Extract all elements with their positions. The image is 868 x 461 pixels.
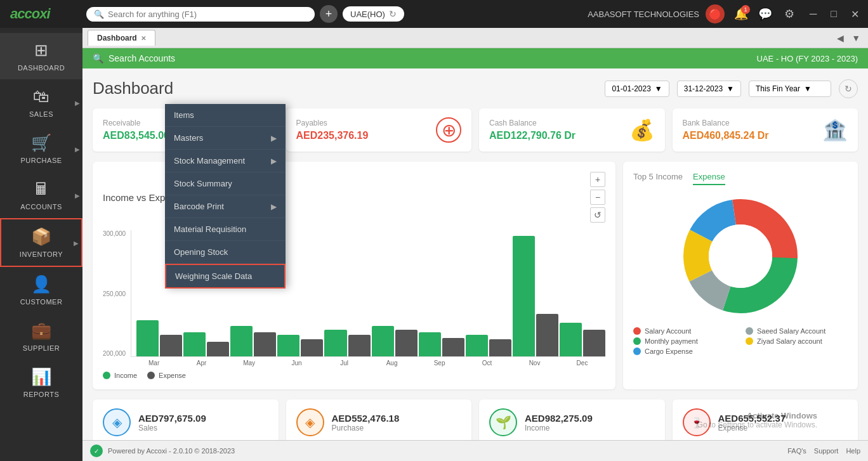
refresh-button[interactable]: ↻: [839, 79, 858, 98]
tab-close-icon[interactable]: ✕: [141, 35, 146, 42]
menu-item-opening-stock[interactable]: Opening Stock: [165, 241, 286, 264]
zoom-out-button[interactable]: −: [590, 190, 605, 205]
fin-year-select[interactable]: This Fin Year ▼: [749, 81, 831, 97]
minimize-button[interactable]: ─: [806, 7, 820, 21]
menu-label-stock-summary: Stock Summary: [174, 179, 232, 188]
income-bar-may: [230, 326, 253, 356]
sidebar-item-label: INVENTORY: [20, 250, 63, 258]
topbar: accoxi 🔍 + UAE(HO) ↻ AABASOFT TECHNOLOGI…: [0, 0, 868, 28]
date-from-value: 01-01-2023: [612, 84, 650, 93]
arrow-icon: ▶: [271, 134, 277, 143]
purchase-icon: 🛒: [31, 133, 51, 153]
tab-scroll-right[interactable]: ▼: [849, 32, 863, 44]
menu-item-barcode-print[interactable]: Barcode Print ▶: [165, 195, 286, 218]
add-button[interactable]: +: [320, 5, 338, 23]
expense-value: AED655,552.37: [718, 413, 786, 424]
bar-group-nov: [513, 236, 558, 356]
search-bar[interactable]: 🔍: [86, 7, 315, 22]
income-icon-circle: 🌱: [489, 408, 517, 436]
zoom-in-button[interactable]: +: [590, 172, 605, 187]
monthly-label: Monthly payment: [645, 337, 698, 345]
tab-controls: ◀ ▼: [834, 32, 863, 44]
reset-chart-button[interactable]: ↺: [590, 207, 605, 223]
top5-expense-tab[interactable]: Expense: [693, 172, 725, 185]
settings-icon[interactable]: ⚙: [779, 4, 799, 24]
bar-group-apr: [183, 332, 229, 356]
chat-icon[interactable]: 💬: [755, 4, 775, 24]
arrow-icon: ▶: [75, 192, 80, 198]
expense-bar-jul: [348, 335, 371, 356]
maximize-button[interactable]: □: [827, 7, 841, 21]
sidebar-item-purchase[interactable]: 🛒 PURCHASE ▶: [0, 126, 82, 172]
sidebar-item-supplier[interactable]: 💼 SUPPLIER: [0, 313, 82, 360]
payables-label: Payables: [296, 119, 369, 127]
tab-scroll-left[interactable]: ◀: [834, 32, 846, 44]
monthly-dot: [633, 337, 641, 345]
sidebar-item-label: DASHBOARD: [18, 64, 65, 72]
date-from-input[interactable]: 01-01-2023 ▼: [605, 81, 669, 97]
sidebar-item-dashboard[interactable]: ⊞ DASHBOARD: [0, 33, 82, 79]
cash-balance-value: AED122,790.76 Dr: [489, 130, 575, 141]
chevron-down-icon: ▼: [804, 84, 812, 93]
expense-legend: Expense: [147, 372, 186, 379]
menu-label-barcode-print: Barcode Print: [174, 202, 224, 211]
cash-balance-card: Cash Balance AED122,790.76 Dr 💰: [479, 108, 665, 152]
saeed-dot: [746, 327, 753, 335]
menu-item-items[interactable]: Items: [165, 104, 286, 127]
bank-balance-info: Bank Balance AED460,845.24 Dr: [683, 119, 769, 141]
ziyad-label: Ziyad Salary account: [757, 337, 822, 345]
footer: ✓ Powered by Accoxi - 2.0.10 © 2018-2023…: [82, 440, 868, 461]
cash-balance-info: Cash Balance AED122,790.76 Dr: [489, 119, 575, 141]
sales-card: ◈ AED797,675.09 Sales: [93, 399, 279, 440]
refresh-icon[interactable]: ↻: [389, 9, 397, 19]
help-link[interactable]: Help: [846, 447, 860, 455]
bank-balance-card: Bank Balance AED460,845.24 Dr 🏦: [673, 108, 858, 152]
menu-item-masters[interactable]: Masters ▶: [165, 127, 286, 150]
tab-dashboard[interactable]: Dashboard ✕: [88, 30, 155, 46]
legend-cargo: Cargo Expense: [633, 347, 735, 355]
search-accounts-bar[interactable]: 🔍 Search Accounts UAE - HO (FY 2023 - 20…: [82, 48, 868, 68]
menu-label-weighing-scale: Weighing Scale Data: [175, 271, 252, 281]
close-button[interactable]: ✕: [847, 7, 863, 22]
bar-label-sep: Sep: [416, 360, 463, 367]
menu-item-material-requisition[interactable]: Material Requisition: [165, 218, 286, 241]
expense-info: AED655,552.37 Expense: [718, 413, 786, 432]
expense-bar-jun: [301, 339, 323, 356]
svg-point-5: [709, 224, 772, 288]
payables-value: AED235,376.19: [296, 130, 369, 141]
sidebar-item-customer[interactable]: 👤 CUSTOMER: [0, 267, 82, 313]
sidebar-item-sales[interactable]: 🛍 SALES ▶: [0, 79, 82, 126]
salary-dot: [633, 327, 641, 335]
search-input[interactable]: [108, 10, 307, 19]
sidebar-item-accounts[interactable]: 🖩 ACCOUNTS ▶: [0, 172, 82, 218]
sidebar-item-reports[interactable]: 📊 REPORTS: [0, 360, 82, 406]
top5-income-tab[interactable]: Top 5 Income: [633, 172, 683, 185]
sales-icon: 🛍: [33, 87, 49, 107]
tab-bar: Dashboard ✕ ◀ ▼: [82, 28, 868, 48]
inventory-dropdown-menu: Items Masters ▶ Stock Management ▶ Stock…: [165, 104, 286, 289]
y-label-250k: 250,000: [103, 290, 126, 297]
income-label: Income: [525, 424, 593, 432]
legend-ziyad: Ziyad Salary account: [746, 337, 848, 345]
expense-bar-nov: [536, 314, 558, 356]
branch-selector[interactable]: UAE(HO) ↻: [343, 6, 404, 22]
date-to-input[interactable]: 31-12-2023 ▼: [677, 81, 741, 97]
footer-logo: ✓: [90, 445, 103, 457]
sidebar-item-label: SUPPLIER: [23, 344, 60, 352]
support-link[interactable]: Support: [814, 447, 839, 455]
y-label-300k: 300,000: [103, 230, 126, 237]
menu-item-stock-summary[interactable]: Stock Summary: [165, 172, 286, 195]
dashboard-header: Dashboard 01-01-2023 ▼ 31-12-2023 ▼ This…: [93, 79, 858, 98]
notification-icon[interactable]: 🔔1: [731, 4, 751, 24]
bar-label-apr: Apr: [178, 360, 225, 367]
menu-item-stock-management[interactable]: Stock Management ▶: [165, 150, 286, 172]
company-name: AABASOFT TECHNOLOGIES: [588, 10, 699, 19]
donut-legend: Salary Account Saeed Salary Account Mont…: [633, 327, 848, 355]
income-info: AED982,275.09 Income: [525, 413, 593, 432]
cargo-label: Cargo Expense: [645, 347, 693, 355]
main-layout: ⊞ DASHBOARD 🛍 SALES ▶ 🛒 PURCHASE ▶ 🖩 ACC…: [0, 28, 868, 461]
menu-item-weighing-scale[interactable]: Weighing Scale Data: [165, 264, 286, 289]
receivable-label: Receivable: [103, 119, 169, 127]
sidebar-item-inventory[interactable]: 📦 INVENTORY ▶: [0, 218, 82, 267]
faq-link[interactable]: FAQ's: [787, 447, 806, 455]
